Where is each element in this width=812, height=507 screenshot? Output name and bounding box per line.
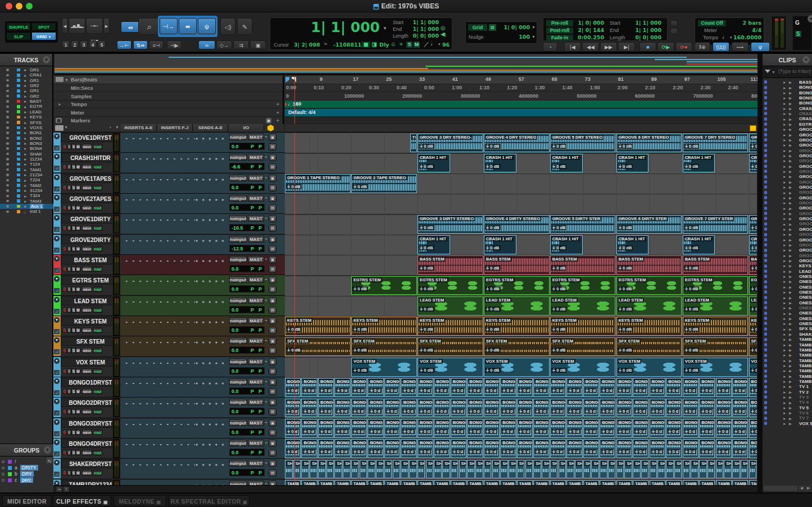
audio-clip[interactable]: SH [683,460,691,479]
audio-clip[interactable]: SH [418,460,425,479]
output-selector[interactable]: MAST [248,134,264,140]
clip-gain-label[interactable]: ⏚ 0 d [667,388,679,393]
automation-mode-button[interactable]: read [93,450,102,455]
clip-gain-label[interactable]: ⏚ 0 d [335,409,348,414]
audio-clip[interactable]: CRASH 1 HIT⏚ 0 dB [749,235,757,254]
track-name[interactable]: BONGO4DRYST [61,439,120,448]
audio-clip[interactable]: VOX STEM⏚ 0 dB [484,358,550,377]
clip-gain-label[interactable]: ⏚ 0 dB [618,144,633,149]
track-view-selector[interactable]: wave [82,307,92,313]
record-enable-button[interactable] [62,348,67,353]
clip-gain-label[interactable]: ⏚ 0 dB [551,286,567,291]
volume-value[interactable]: -12.5 [232,246,243,252]
track-view-selector[interactable]: wave [82,450,92,455]
track-view-selector[interactable]: wave [82,144,92,149]
audio-clip[interactable]: BONGO 4 DRY⏚ 0 d [351,439,367,458]
audio-clip[interactable]: BONGO 1 DRY⏚ 0 d [533,378,549,397]
go-to-end-button[interactable]: ▶| [618,42,635,52]
clip-gain-label[interactable]: ⏚ 0 d [667,449,679,454]
track-list-item[interactable]: ►KEYS [0,115,53,120]
clip-gain-label[interactable]: ⏚ 0 d [352,449,365,454]
dly-label[interactable]: Dly [379,42,389,48]
audio-clip[interactable]: BONGO 2 DRY⏚ 0 d [566,399,582,418]
markers-extra-icon[interactable]: ▣ [266,118,271,124]
edge-dropdown[interactable]: ▼ [808,15,812,22]
track-show-dot[interactable] [6,68,9,71]
pan-left[interactable]: P [251,164,254,170]
clip-gain-label[interactable]: ⏚ 0 d [452,388,464,393]
clip-gain-label[interactable]: ⏚ 0 d [485,409,497,414]
clips-list-item[interactable]: ►▶GROOVE 1 DRY [763,133,812,138]
volume-value[interactable]: 0.0 [232,430,239,435]
audio-clip[interactable]: SH [475,460,483,479]
audio-clip[interactable]: SH [351,460,359,479]
clip-gain-label[interactable]: ⏚ 0 d [402,449,414,454]
audio-clip[interactable]: BONGO 3 DRY⏚ 0 d [732,419,748,438]
record-enable-button[interactable] [62,266,67,272]
audio-clip[interactable]: BASS STEM⏚ 0 dB [749,255,757,275]
group-sort-icon[interactable]: az [47,458,52,463]
mute-button[interactable]: M [76,389,80,394]
hscroll-icon-2[interactable]: ⭱ [63,487,69,492]
clip-gain-label[interactable]: ⏚ 0 d [319,409,332,414]
audio-clip[interactable]: BONGO 1 DRY⏚ 0 d [517,378,533,397]
input-selector[interactable]: noinput [229,154,247,161]
clip-gain-label[interactable]: ⏚ 0 d [501,449,514,454]
audio-clip[interactable]: LEAD STEM⏚ 0 dB [550,296,616,316]
session-overview-strip[interactable] [55,54,812,75]
vertical-scrollbar[interactable] [757,54,763,492]
pan-left[interactable]: P [251,368,254,374]
pan-left[interactable]: P [251,205,254,211]
clip-gain-label[interactable]: ⏚ 0 dB [750,327,757,332]
track-collapse-button[interactable]: ▼ [54,154,60,159]
input-selector[interactable]: noinput [229,297,247,304]
grid-dropdown[interactable]: ▼ [532,25,536,29]
audio-clip[interactable]: CRASH 1 HIT⏚ 0 dB [616,235,649,254]
track-view-icon[interactable]: ◿ [54,288,60,293]
clip-gain-label[interactable]: ⏚ 0 d [534,388,547,393]
audio-clip[interactable]: SH [368,460,375,479]
nudge-value[interactable]: 100 [498,34,530,40]
clip-gain-label[interactable]: ⏚ 0 dB [485,225,501,230]
audio-clip[interactable]: BONGO 2 DRY⏚ 0 d [716,399,732,418]
track-collapse-button[interactable]: ▼ [54,419,60,425]
clips-list-item[interactable]: ►▶TV 5 [763,405,812,410]
meter-marker[interactable]: Default: 4/4 [288,109,316,115]
clips-list-item[interactable]: ►▶TAMB 9 DRY [763,379,812,384]
track-list-item[interactable]: ►GR1 [0,78,53,83]
track-name[interactable]: GROVE2DIRTY [61,235,120,244]
track-view-selector[interactable]: wave [82,368,92,374]
audio-clip[interactable]: BONGO 4 DRY⏚ 0 d [451,439,466,458]
clip-gain-label[interactable]: ⏚ 0 d [302,429,315,434]
track-show-dot[interactable] [6,95,9,98]
solo-button[interactable]: S [71,389,76,394]
solo-button[interactable]: S [71,185,76,190]
audio-clip[interactable]: BONGO 2 DRY⏚ 0 d [467,399,483,418]
track-grid-icon[interactable] [55,125,63,131]
audio-clip[interactable]: SH [550,460,558,479]
audio-clip[interactable]: GROOVE 8 DRY STEREO⏚ 0 dB [749,134,757,153]
clip-gain-label[interactable]: ⏚ 0 d [651,449,663,454]
clips-list-item[interactable]: ►▶GROOVE 2 TAPE [763,153,812,158]
audio-clip[interactable]: GROOVE 2 TAPE STEREO⏚ 0 dB [351,174,417,193]
audio-clip[interactable]: CRASH 1 HIT⏚ 0 dB [749,154,757,173]
track-list-item[interactable]: ►T224 [0,177,53,182]
clips-list-item[interactable]: ►▶GROOVE 1 TAPE [763,138,812,143]
pan-right[interactable]: P [258,266,262,272]
track-list-item[interactable]: ►GR2 [0,83,53,88]
audio-clip[interactable]: BONGO 3 DRY⏚ 0 d [533,419,549,438]
clip-gain-label[interactable]: ⏚ 0 d [402,429,414,434]
audio-clip[interactable]: BONGO 4 DRY⏚ 0 d [334,439,350,458]
audio-clip[interactable]: BONGO 2 DRY⏚ 0 d [583,399,599,418]
clip-gain-label[interactable]: ⏚ 0 dB [286,348,302,353]
clip-gain-label[interactable]: ⏚ 0 d [684,449,696,454]
record-enable-button[interactable] [62,409,67,414]
zoom-out-button[interactable]: ◀ [62,18,68,34]
mute-button[interactable]: M [76,225,80,231]
filter-menu-caret[interactable]: ▼ [772,70,775,74]
clip-gain-label[interactable]: ⏚ 0 d [485,388,497,393]
audio-clip[interactable]: SH [699,460,707,479]
track-list-item[interactable]: ►GR1 [0,67,53,72]
sync-icons[interactable]: ⊙ ✳ [391,42,405,47]
audio-clip[interactable]: KEYS STEM⏚ 0 dB [749,317,757,336]
